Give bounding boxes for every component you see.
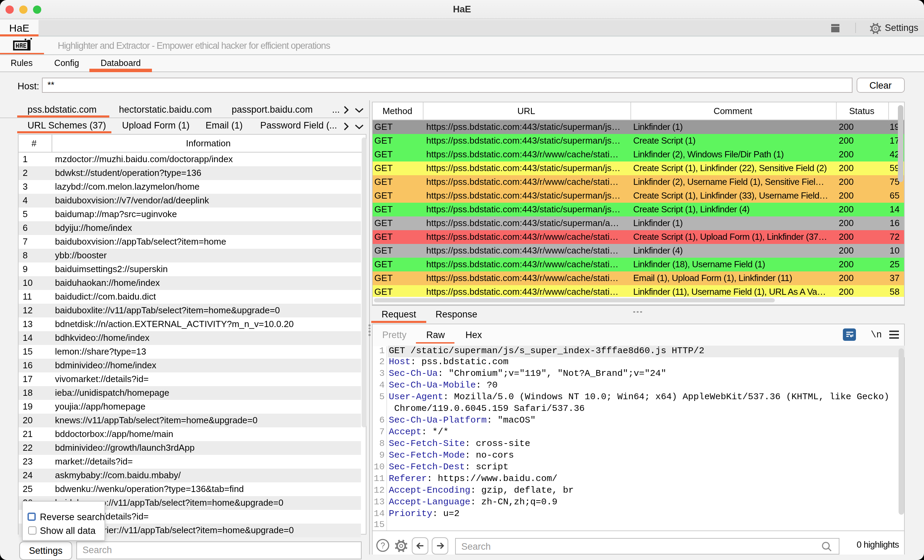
svg-text:?: ? <box>381 541 386 550</box>
